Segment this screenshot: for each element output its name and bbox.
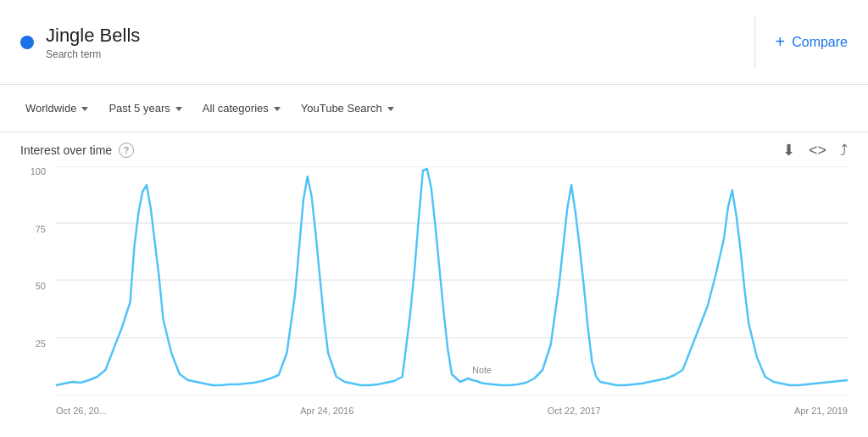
x-label-2: Apr 24, 2016 xyxy=(300,406,353,416)
y-label-25: 25 xyxy=(36,339,46,349)
region-chevron-icon xyxy=(81,107,88,111)
compare-label: Compare xyxy=(792,35,848,50)
source-filter[interactable]: YouTube Search xyxy=(296,98,399,118)
chart-svg: Note xyxy=(56,166,848,395)
x-label-1: Oct 26, 20... xyxy=(56,406,107,416)
compare-section[interactable]: + Compare xyxy=(776,32,849,52)
y-label-75: 75 xyxy=(36,224,46,234)
filters-bar: Worldwide Past 5 years All categories Yo… xyxy=(0,85,868,132)
compare-plus-icon: + xyxy=(776,32,786,52)
source-label: YouTube Search xyxy=(301,102,382,115)
chart-title-area: Interest over time ? xyxy=(20,143,134,158)
source-chevron-icon xyxy=(387,107,394,111)
y-label-100: 100 xyxy=(31,166,46,176)
svg-text:Note: Note xyxy=(472,365,492,375)
category-label: All categories xyxy=(203,102,269,115)
chart-section: Interest over time ? ⬇ <> ⤴ 100 75 50 25 xyxy=(0,132,868,421)
chart-title: Interest over time xyxy=(20,143,112,157)
chart-header: Interest over time ? ⬇ <> ⤴ xyxy=(20,141,848,160)
page-header: Jingle Bells Search term + Compare xyxy=(0,0,868,85)
search-term-section: Jingle Bells Search term xyxy=(20,25,734,60)
chart-container: 100 75 50 25 Note Oct 26 xyxy=(20,166,848,421)
search-term-subtitle: Search term xyxy=(46,48,140,60)
search-term-text: Jingle Bells Search term xyxy=(46,25,140,60)
header-divider xyxy=(754,17,755,68)
search-term-title: Jingle Bells xyxy=(46,25,140,47)
time-label: Past 5 years xyxy=(108,102,170,115)
download-icon[interactable]: ⬇ xyxy=(782,141,795,160)
chart-actions: ⬇ <> ⤴ xyxy=(782,141,848,160)
region-label: Worldwide xyxy=(25,102,76,115)
search-term-dot xyxy=(20,36,34,49)
x-label-4: Apr 21, 2019 xyxy=(794,406,848,416)
time-filter[interactable]: Past 5 years xyxy=(103,98,186,118)
time-chevron-icon xyxy=(175,107,182,111)
category-chevron-icon xyxy=(274,107,281,111)
x-axis: Oct 26, 20... Apr 24, 2016 Oct 22, 2017 … xyxy=(56,401,848,421)
chart-plot-area: Note xyxy=(56,166,848,395)
share-icon[interactable]: ⤴ xyxy=(840,142,848,160)
help-icon[interactable]: ? xyxy=(119,143,134,158)
category-filter[interactable]: All categories xyxy=(198,98,286,118)
x-label-3: Oct 22, 2017 xyxy=(548,406,601,416)
y-label-50: 50 xyxy=(36,281,46,291)
region-filter[interactable]: Worldwide xyxy=(20,98,93,118)
embed-icon[interactable]: <> xyxy=(809,142,826,160)
y-axis: 100 75 50 25 xyxy=(20,166,51,395)
